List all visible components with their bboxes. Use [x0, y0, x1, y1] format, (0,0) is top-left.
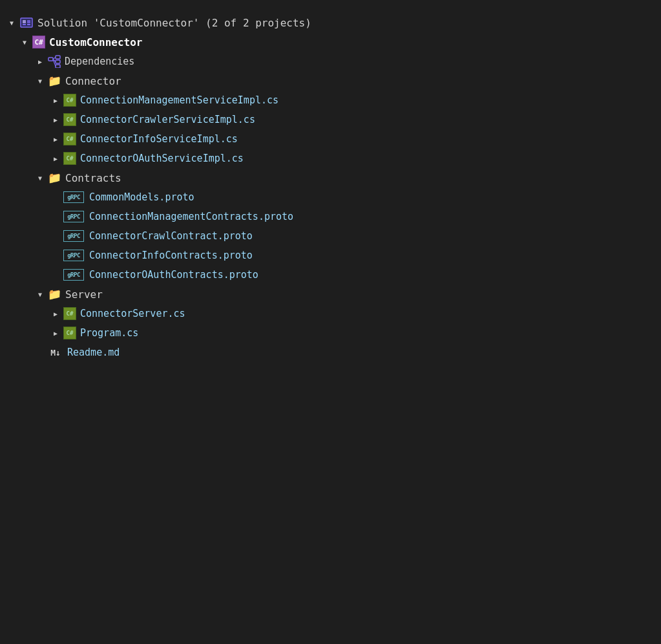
- proto-file-1[interactable]: gRPC CommonModels.proto: [0, 188, 661, 207]
- cs3-label: ConnectorInfoServiceImpl.cs: [80, 133, 238, 145]
- cs4-label: ConnectorOAuthServiceImpl.cs: [80, 153, 244, 164]
- cs-file-6[interactable]: C# Program.cs: [0, 323, 661, 343]
- connector-folder-label: Connector: [65, 75, 121, 87]
- proto3-icon: gRPC: [63, 230, 84, 242]
- proto5-icon: gRPC: [63, 269, 84, 281]
- cs1-icon: C#: [63, 94, 76, 107]
- solution-chevron: [5, 16, 18, 29]
- svg-rect-1: [23, 20, 26, 23]
- proto-file-3[interactable]: gRPC ConnectorCrawlContract.proto: [0, 226, 661, 246]
- svg-rect-0: [21, 18, 32, 27]
- proto3-label: ConnectorCrawlContract.proto: [89, 230, 253, 242]
- cs6-label: Program.cs: [80, 327, 138, 339]
- proto2-icon: gRPC: [63, 211, 84, 222]
- project-label: CustomConnector: [49, 36, 143, 48]
- dependencies-item[interactable]: Dependencies: [0, 52, 661, 71]
- cs3-chevron: [49, 133, 62, 145]
- svg-rect-7: [56, 60, 60, 63]
- server-folder-label: Server: [65, 288, 103, 301]
- server-chevron: [34, 288, 47, 301]
- cs-file-4[interactable]: C# ConnectorOAuthServiceImpl.cs: [0, 149, 661, 168]
- contracts-chevron: [34, 171, 47, 184]
- solution-label: Solution 'CustomConnector' (2 of 2 proje…: [37, 17, 311, 29]
- proto1-icon: gRPC: [63, 191, 84, 203]
- csharp-project-icon: C#: [32, 36, 45, 48]
- cs5-label: ConnectorServer.cs: [80, 308, 185, 319]
- cs-file-1[interactable]: C# ConnectionManagementServiceImpl.cs: [0, 91, 661, 110]
- cs4-icon: C#: [63, 152, 76, 165]
- svg-rect-5: [48, 58, 53, 61]
- markdown-icon: M↓: [48, 347, 63, 358]
- svg-rect-8: [56, 65, 60, 68]
- cs3-icon: C#: [63, 133, 76, 145]
- readme-label: Readme.md: [67, 347, 120, 358]
- solution-root[interactable]: Solution 'CustomConnector' (2 of 2 proje…: [0, 13, 661, 32]
- project-chevron: [18, 36, 31, 48]
- contracts-folder-label: Contracts: [65, 172, 121, 184]
- solution-explorer: Solution 'CustomConnector' (2 of 2 proje…: [0, 8, 661, 367]
- connector-folder[interactable]: 📁 Connector: [0, 71, 661, 91]
- project-root[interactable]: C# CustomConnector: [0, 32, 661, 52]
- proto4-label: ConnectorInfoContracts.proto: [89, 250, 253, 261]
- proto1-label: CommonModels.proto: [89, 191, 194, 203]
- server-folder[interactable]: 📁 Server: [0, 284, 661, 304]
- cs2-chevron: [49, 113, 62, 126]
- proto-file-4[interactable]: gRPC ConnectorInfoContracts.proto: [0, 246, 661, 265]
- cs-file-3[interactable]: C# ConnectorInfoServiceImpl.cs: [0, 129, 661, 149]
- connector-chevron: [34, 74, 47, 87]
- contracts-folder[interactable]: 📁 Contracts: [0, 168, 661, 188]
- proto-file-2[interactable]: gRPC ConnectionManagementContracts.proto: [0, 207, 661, 226]
- cs2-label: ConnectorCrawlerServiceImpl.cs: [80, 114, 255, 125]
- cs1-label: ConnectionManagementServiceImpl.cs: [80, 94, 278, 106]
- cs4-chevron: [49, 152, 62, 165]
- cs1-chevron: [49, 94, 62, 107]
- svg-rect-4: [27, 24, 30, 25]
- svg-rect-3: [23, 24, 26, 25]
- contracts-folder-icon: 📁: [48, 171, 61, 184]
- server-folder-icon: 📁: [48, 288, 61, 301]
- cs-file-5[interactable]: C# ConnectorServer.cs: [0, 304, 661, 323]
- dependencies-label: Dependencies: [65, 56, 134, 67]
- cs6-icon: C#: [63, 327, 76, 339]
- svg-rect-2: [27, 20, 30, 23]
- svg-rect-6: [56, 56, 60, 59]
- cs5-icon: C#: [63, 307, 76, 320]
- cs5-chevron: [49, 307, 62, 320]
- cs-file-2[interactable]: C# ConnectorCrawlerServiceImpl.cs: [0, 110, 661, 129]
- dependencies-icon: [48, 55, 61, 68]
- solution-icon: [19, 16, 34, 30]
- readme-file[interactable]: M↓ Readme.md: [0, 343, 661, 362]
- cs2-icon: C#: [63, 113, 76, 126]
- proto4-icon: gRPC: [63, 250, 84, 261]
- dependencies-chevron: [34, 55, 47, 68]
- cs6-chevron: [49, 327, 62, 339]
- proto2-label: ConnectionManagementContracts.proto: [89, 211, 293, 222]
- connector-folder-icon: 📁: [48, 74, 61, 87]
- proto-file-5[interactable]: gRPC ConnectorOAuthContracts.proto: [0, 265, 661, 284]
- proto5-label: ConnectorOAuthContracts.proto: [89, 269, 258, 281]
